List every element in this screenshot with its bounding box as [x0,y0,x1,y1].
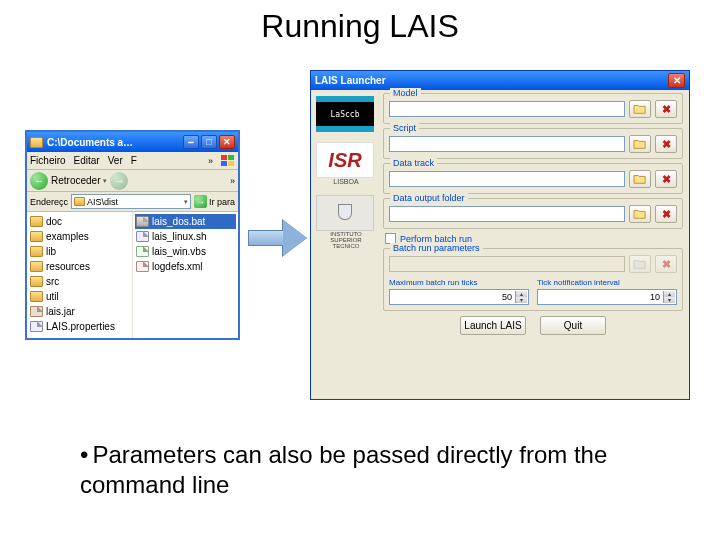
go-label: Ir para [209,197,235,207]
script-clear-button[interactable]: ✖ [655,135,677,153]
open-folder-icon [633,208,647,220]
batch-run-label: Perform batch run [400,234,472,244]
batch-script-input [389,256,625,272]
data-output-open-button[interactable] [629,205,651,223]
model-input[interactable] [389,101,625,117]
data-track-open-button[interactable] [629,170,651,188]
data-track-legend: Data track [390,158,437,168]
file-icon [136,246,149,257]
model-legend: Model [390,88,421,98]
go-arrow-icon: → [194,195,207,208]
slide-bullet: •Parameters can also be passed directly … [80,440,660,500]
address-label: Endereçc [30,197,68,207]
file-item[interactable]: examples [29,229,130,244]
forward-button[interactable]: → [110,172,128,190]
menu-overflow-icon[interactable]: » [208,156,213,166]
back-button[interactable]: ← Retroceder ▾ [30,172,107,190]
file-item[interactable]: lais_linux.sh [135,229,236,244]
folder-icon [30,246,43,257]
maximize-button[interactable]: □ [201,135,217,149]
quit-button[interactable]: Quit [540,316,606,335]
bullet-text: Parameters can also be passed directly f… [80,441,607,498]
max-ticks-value: 50 [502,292,512,302]
file-item[interactable]: lais_dos.bat [135,214,236,229]
minimize-button[interactable]: ‒ [183,135,199,149]
file-name: doc [46,216,62,227]
chevron-down-icon: ▾ [103,177,107,185]
file-name: lib [46,246,56,257]
back-label: Retroceder [51,175,100,186]
file-icon [30,306,43,317]
batch-open-button [629,255,651,273]
address-value: AIS\dist [87,197,118,207]
toolbar-overflow-icon[interactable]: » [230,176,235,186]
file-name: lais_linux.sh [152,231,206,242]
open-folder-icon [633,258,647,270]
launch-button[interactable]: Launch LAIS [460,316,526,335]
menu-file[interactable]: Ficheiro [30,155,66,166]
file-item[interactable]: doc [29,214,130,229]
chevron-down-icon[interactable]: ▾ [184,198,188,206]
file-name: logdefs.xml [152,261,203,272]
open-folder-icon [633,103,647,115]
model-open-button[interactable] [629,100,651,118]
spin-down-icon[interactable]: ▾ [515,297,527,303]
address-bar: Endereçc AIS\dist ▾ → Ir para [27,192,238,212]
folder-icon [30,231,43,242]
folder-icon [30,291,43,302]
file-name: lais_dos.bat [152,216,205,227]
address-input[interactable]: AIS\dist ▾ [71,194,191,209]
interval-spinner[interactable]: 10 ▴▾ [537,289,677,305]
launcher-window: LAIS Launcher ✕ LaSccb ISR LISBOA INSTIT… [310,70,690,400]
file-item[interactable]: LAIS.properties [29,319,130,334]
launcher-titlebar[interactable]: LAIS Launcher ✕ [310,70,690,90]
script-input[interactable] [389,136,625,152]
file-name: resources [46,261,90,272]
data-output-legend: Data output folder [390,193,468,203]
model-clear-button[interactable]: ✖ [655,100,677,118]
launcher-close-button[interactable]: ✕ [668,73,685,88]
file-item[interactable]: resources [29,259,130,274]
file-item[interactable]: lais_win.vbs [135,244,236,259]
close-button[interactable]: ✕ [219,135,235,149]
batch-clear-button: ✖ [655,255,677,273]
open-folder-icon [633,173,647,185]
menu-f[interactable]: F [131,155,137,166]
data-output-clear-button[interactable]: ✖ [655,205,677,223]
data-track-input[interactable] [389,171,625,187]
file-item[interactable]: util [29,289,130,304]
open-folder-icon [633,138,647,150]
file-name: src [46,276,59,287]
folder-icon [30,216,43,227]
file-item[interactable]: src [29,274,130,289]
interval-label: Tick notification interval [537,278,677,287]
data-track-clear-button[interactable]: ✖ [655,170,677,188]
menu-view[interactable]: Ver [108,155,123,166]
slide-title: Running LAIS [0,8,720,45]
script-legend: Script [390,123,419,133]
file-item[interactable]: logdefs.xml [135,259,236,274]
script-group: Script ✖ [383,128,683,159]
file-item[interactable]: lib [29,244,130,259]
logo-lascb: LaSccb [316,96,376,132]
interval-value: 10 [650,292,660,302]
explorer-titlebar[interactable]: C:\Documents a… ‒ □ ✕ [27,132,238,152]
spin-down-icon[interactable]: ▾ [663,297,675,303]
data-output-input[interactable] [389,206,625,222]
logo-isr: ISR LISBOA [316,142,376,185]
file-name: LAIS.properties [46,321,115,332]
file-icon [30,321,43,332]
script-open-button[interactable] [629,135,651,153]
file-name: examples [46,231,89,242]
folder-icon [30,137,43,148]
folder-icon [30,276,43,287]
go-button[interactable]: → Ir para [194,195,235,208]
menu-edit[interactable]: Editar [74,155,100,166]
file-name: lais.jar [46,306,75,317]
folder-icon [74,197,85,206]
max-ticks-label: Maximum batch run ticks [389,278,529,287]
launcher-title: LAIS Launcher [315,75,386,86]
file-item[interactable]: lais.jar [29,304,130,319]
max-ticks-spinner[interactable]: 50 ▴▾ [389,289,529,305]
file-list-left: docexampleslibresourcessrcutillais.jarLA… [27,212,133,338]
